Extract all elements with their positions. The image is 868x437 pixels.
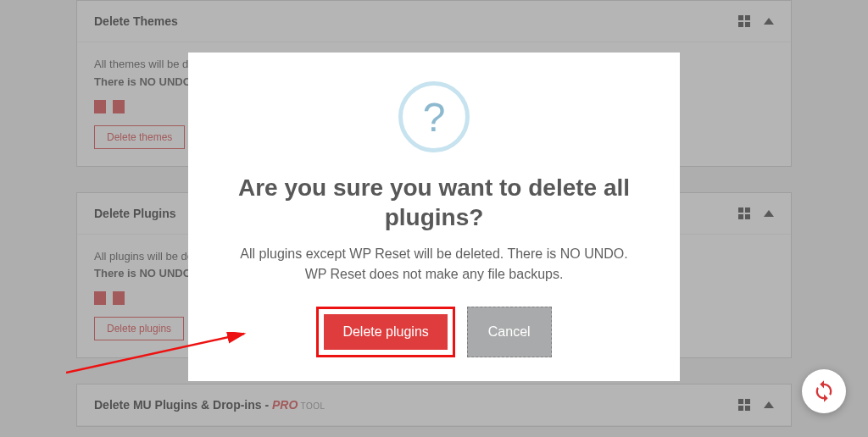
- modal-description: All plugins except WP Reset will be dele…: [212, 244, 656, 285]
- modal-overlay: ? Are you sure you want to delete all pl…: [0, 0, 868, 437]
- confirm-modal: ? Are you sure you want to delete all pl…: [188, 53, 680, 381]
- annotation-highlight: Delete plugins: [316, 307, 454, 357]
- question-icon: ?: [398, 81, 470, 152]
- confirm-delete-button[interactable]: Delete plugins: [324, 314, 447, 350]
- modal-actions: Delete plugins Cancel: [212, 307, 656, 357]
- cancel-button[interactable]: Cancel: [467, 307, 552, 357]
- modal-title: Are you sure you want to delete all plug…: [212, 173, 656, 232]
- refresh-fab[interactable]: [802, 369, 846, 413]
- refresh-icon: [812, 379, 836, 403]
